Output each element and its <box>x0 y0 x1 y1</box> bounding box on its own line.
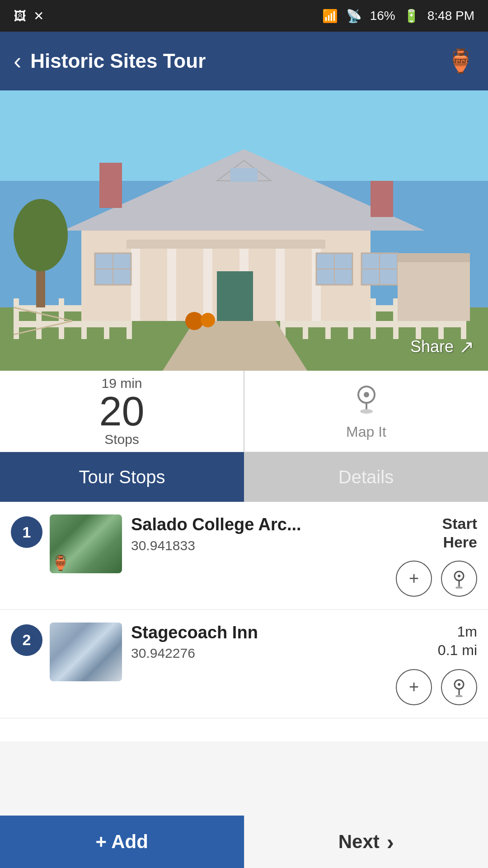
svg-rect-25 <box>371 181 393 217</box>
back-button[interactable]: ‹ <box>14 47 21 75</box>
svg-point-48 <box>185 312 203 330</box>
share-label: Share <box>410 337 454 356</box>
map-it-label: Map It <box>346 424 386 440</box>
svg-rect-24 <box>99 163 122 208</box>
status-bar-left: 🖼 ✕ <box>14 9 44 24</box>
close-icon: ✕ <box>33 9 44 24</box>
app-header: ‹ Historic Sites Tour 🏺 <box>0 32 488 90</box>
tab-details[interactable]: Details <box>244 452 488 502</box>
next-label: Next <box>338 831 380 853</box>
back-arrow-icon: ‹ <box>14 47 21 75</box>
stops-stats: 19 min 20 Stops <box>0 367 244 456</box>
hero-image: Share ↗ <box>0 90 488 371</box>
svg-rect-35 <box>217 271 253 321</box>
svg-point-61 <box>458 683 460 686</box>
stop-thumbnail-2 <box>50 623 122 681</box>
svg-point-55 <box>364 392 369 397</box>
battery-icon: 🔋 <box>404 9 419 24</box>
bottom-bar: + Add Next › <box>0 816 488 868</box>
stop-number-1: 1 <box>11 516 42 548</box>
stop-coords-2: 30.942276 <box>131 646 396 661</box>
stop-number-2: 2 <box>11 624 42 656</box>
stop-distance-2: 1m0.1 mi <box>438 623 477 660</box>
svg-rect-28 <box>131 244 140 321</box>
svg-rect-29 <box>167 244 176 321</box>
add-stop-button-1[interactable]: + <box>396 561 432 597</box>
stops-list: 1 🏺 Salado College Arc... 30.941833 Star… <box>0 502 488 741</box>
stop-coords-1: 30.941833 <box>131 538 396 553</box>
map-it-button[interactable]: Map It <box>244 373 488 449</box>
stop-trophy-icon: 🏺 <box>52 554 70 571</box>
stop-name-1: Salado College Arc... <box>131 514 396 535</box>
status-bar-right: 📶 📡 16% 🔋 8:48 PM <box>322 9 474 24</box>
svg-rect-10 <box>14 321 132 327</box>
stop-name-2: Stagecoach Inn <box>131 623 396 643</box>
add-stop-button-2[interactable]: + <box>396 669 432 705</box>
stats-bar: 19 min 20 Stops Map It <box>0 371 488 452</box>
stops-label: Stops <box>104 432 139 447</box>
stops-count: 20 <box>99 391 144 432</box>
svg-point-56 <box>360 409 373 414</box>
page-title: Historic Sites Tour <box>30 50 446 72</box>
tabs-bar: Tour Stops Details <box>0 452 488 502</box>
wifi-icon: 📶 <box>322 9 338 24</box>
trophy-icon[interactable]: 🏺 <box>446 48 474 74</box>
share-button[interactable]: Share ↗ <box>410 336 474 357</box>
tab-tour-stops[interactable]: Tour Stops <box>0 452 244 502</box>
image-icon: 🖼 <box>14 9 26 24</box>
stop-actions-2: 1m0.1 mi + <box>396 623 477 705</box>
stop-action-icons-2: + <box>396 669 477 705</box>
stop-info-2: Stagecoach Inn 30.942276 <box>131 623 396 661</box>
svg-rect-45 <box>398 258 470 321</box>
svg-point-51 <box>14 199 68 271</box>
svg-point-62 <box>455 695 463 697</box>
svg-point-58 <box>458 575 460 577</box>
svg-point-49 <box>201 313 215 327</box>
svg-rect-21 <box>280 321 466 327</box>
add-button[interactable]: + Add <box>0 816 244 868</box>
stop-actions-1: StartHere + <box>396 514 477 597</box>
add-label: + Add <box>96 831 148 853</box>
svg-rect-46 <box>398 253 470 262</box>
svg-rect-30 <box>203 244 212 321</box>
svg-rect-32 <box>276 244 285 321</box>
stop-info-1: Salado College Arc... 30.941833 <box>131 514 396 553</box>
locate-stop-button-1[interactable] <box>441 561 477 597</box>
map-it-icon <box>351 382 382 420</box>
stop-action-icons-1: + <box>396 561 477 597</box>
next-button[interactable]: Next › <box>244 816 488 868</box>
battery-label: 16% <box>370 9 395 23</box>
list-item: 1 🏺 Salado College Arc... 30.941833 Star… <box>0 502 488 610</box>
signal-icon: 📡 <box>346 9 362 24</box>
svg-rect-27 <box>230 168 258 182</box>
svg-rect-15 <box>371 298 376 339</box>
stop-thumbnail-1: 🏺 <box>50 514 122 573</box>
next-arrow-icon: › <box>387 830 394 854</box>
time-label: 8:48 PM <box>427 9 474 23</box>
start-here-label: StartHere <box>442 514 477 552</box>
svg-point-59 <box>455 586 463 589</box>
list-item: 2 Stagecoach Inn 30.942276 1m0.1 mi + <box>0 610 488 718</box>
locate-stop-button-2[interactable] <box>441 669 477 705</box>
svg-rect-34 <box>127 240 325 249</box>
share-icon: ↗ <box>459 336 474 357</box>
status-bar: 🖼 ✕ 📶 📡 16% 🔋 8:48 PM <box>0 0 488 32</box>
